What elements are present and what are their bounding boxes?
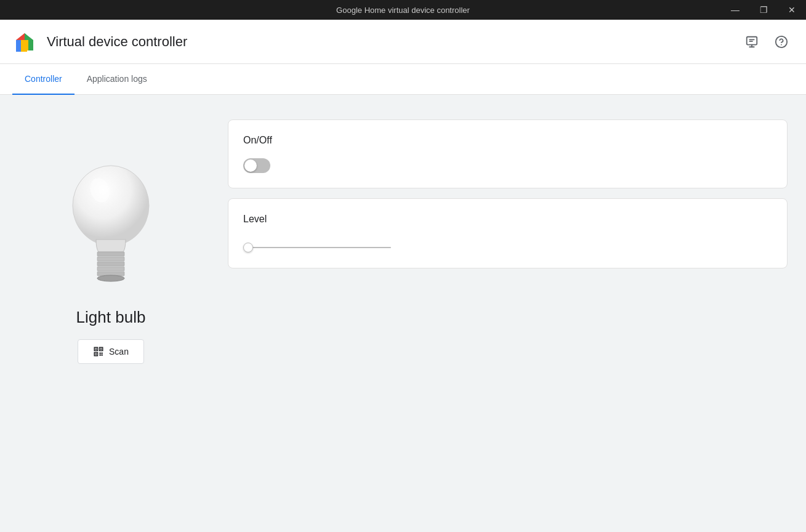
- feedback-icon: [745, 35, 759, 49]
- svg-point-24: [97, 275, 124, 281]
- svg-marker-10: [28, 40, 33, 50]
- title-bar: Google Home virtual device controller — …: [0, 0, 806, 20]
- app-header: Virtual device controller: [0, 20, 806, 64]
- device-name: Light bulb: [76, 308, 146, 327]
- svg-point-18: [73, 166, 149, 246]
- svg-rect-33: [100, 353, 101, 354]
- onoff-toggle[interactable]: [243, 158, 270, 173]
- onoff-card: On/Off: [228, 119, 788, 188]
- svg-rect-30: [100, 349, 102, 350]
- svg-marker-6: [16, 33, 25, 40]
- svg-rect-22: [97, 267, 124, 271]
- level-slider[interactable]: [243, 247, 391, 248]
- maximize-button[interactable]: ❐: [749, 0, 778, 20]
- svg-rect-20: [97, 257, 124, 261]
- feedback-button[interactable]: [740, 30, 764, 54]
- close-button[interactable]: ✕: [778, 0, 806, 20]
- tab-controller[interactable]: Controller: [12, 64, 75, 95]
- device-image: [55, 150, 166, 298]
- google-home-logo: [12, 30, 37, 54]
- svg-rect-31: [95, 353, 97, 355]
- svg-marker-8: [21, 40, 28, 50]
- svg-marker-9: [25, 33, 33, 40]
- level-card: Level: [228, 198, 788, 268]
- scan-button[interactable]: Scan: [78, 339, 144, 364]
- onoff-label: On/Off: [243, 135, 772, 146]
- minimize-button[interactable]: —: [721, 0, 749, 20]
- svg-marker-7: [16, 40, 21, 50]
- svg-rect-29: [95, 349, 97, 350]
- right-panel: On/Off Level: [228, 113, 788, 514]
- help-icon: [775, 35, 788, 49]
- left-panel: Light bulb Scan: [18, 113, 203, 514]
- level-slider-container: [243, 237, 772, 253]
- help-button[interactable]: [769, 30, 794, 54]
- title-bar-controls: — ❐ ✕: [721, 0, 806, 20]
- svg-rect-34: [102, 353, 103, 354]
- level-label: Level: [243, 214, 772, 225]
- title-bar-text: Google Home virtual device controller: [336, 6, 470, 15]
- scan-button-label: Scan: [109, 347, 129, 357]
- app-title: Virtual device controller: [47, 34, 187, 50]
- tabs-bar: Controller Application logs: [0, 64, 806, 95]
- app-header-left: Virtual device controller: [12, 30, 187, 54]
- qr-icon: [93, 346, 104, 357]
- tab-application-logs[interactable]: Application logs: [75, 64, 159, 95]
- svg-rect-21: [97, 262, 124, 266]
- svg-rect-35: [100, 355, 101, 356]
- svg-rect-19: [97, 252, 124, 256]
- main-content: Light bulb Scan On/Off: [0, 95, 806, 532]
- app-header-right: [740, 30, 794, 54]
- lightbulb-svg: [62, 153, 160, 295]
- svg-rect-36: [102, 355, 103, 356]
